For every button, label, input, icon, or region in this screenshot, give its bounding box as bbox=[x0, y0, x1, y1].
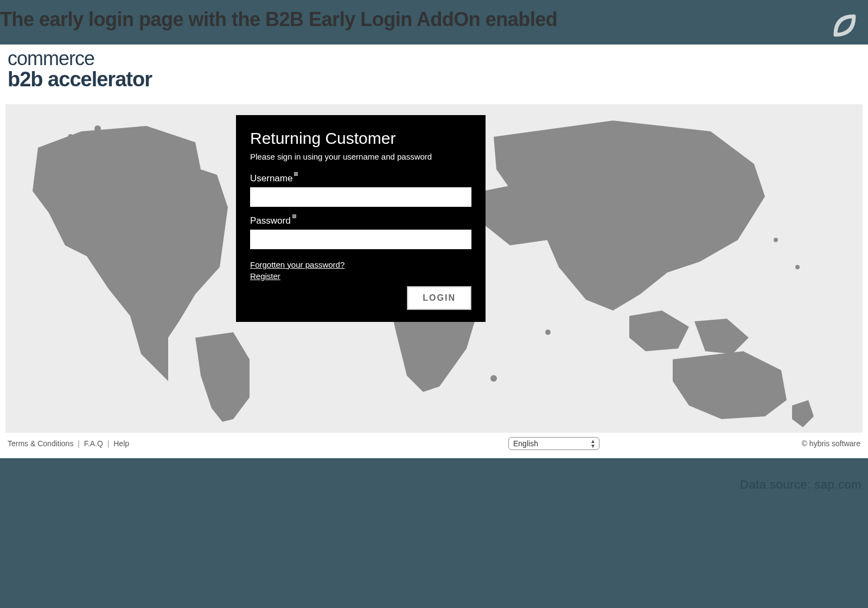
username-input[interactable] bbox=[250, 187, 471, 207]
leaf-icon bbox=[830, 11, 857, 38]
language-select[interactable]: English ▲▼ bbox=[508, 437, 599, 450]
bottom-band: Data source: sap.com bbox=[0, 458, 868, 608]
password-label-text: Password bbox=[250, 216, 291, 226]
password-label: Password bbox=[250, 216, 291, 226]
required-icon bbox=[292, 214, 296, 218]
terms-link[interactable]: Terms & Conditions bbox=[8, 439, 73, 448]
chevron-updown-icon: ▲▼ bbox=[590, 439, 596, 448]
footer-links: Terms & Conditions | F.A.Q | Help bbox=[8, 439, 129, 448]
hero-area: Returning Customer Please sign in using … bbox=[5, 104, 863, 433]
separator: | bbox=[107, 439, 110, 448]
login-button[interactable]: LOGIN bbox=[407, 286, 471, 310]
separator: | bbox=[78, 439, 80, 448]
login-panel: Returning Customer Please sign in using … bbox=[236, 115, 486, 322]
login-subtitle: Please sign in using your username and p… bbox=[250, 152, 471, 161]
page-title: The early login page with the B2B Early … bbox=[0, 8, 868, 31]
forgot-password-link[interactable]: Forgotten your password? bbox=[250, 260, 344, 269]
svg-point-4 bbox=[795, 265, 800, 269]
svg-point-2 bbox=[94, 125, 101, 132]
svg-point-6 bbox=[490, 375, 497, 382]
username-label-text: Username bbox=[250, 173, 292, 183]
password-input[interactable] bbox=[250, 230, 471, 249]
username-label: Username bbox=[250, 173, 292, 184]
brand-logo-line1: commerce bbox=[8, 49, 860, 68]
brand-logo: commerce b2b accelerator bbox=[0, 45, 868, 99]
faq-link[interactable]: F.A.Q bbox=[84, 439, 103, 448]
copyright: © hybris software bbox=[802, 439, 860, 448]
login-title: Returning Customer bbox=[250, 129, 471, 148]
register-link[interactable]: Register bbox=[250, 271, 280, 281]
brand-logo-line2: b2b accelerator bbox=[8, 68, 860, 91]
help-link[interactable]: Help bbox=[113, 439, 129, 448]
required-icon bbox=[294, 172, 298, 176]
data-source-label: Data source: sap.com bbox=[740, 478, 861, 492]
svg-point-3 bbox=[774, 238, 778, 242]
page-header: The early login page with the B2B Early … bbox=[0, 0, 868, 45]
page-content: commerce b2b accelerator bbox=[0, 45, 868, 458]
footer-bar: Terms & Conditions | F.A.Q | Help Englis… bbox=[0, 433, 868, 454]
language-selected-value: English bbox=[513, 439, 538, 448]
svg-point-1 bbox=[68, 134, 73, 140]
svg-point-5 bbox=[545, 330, 551, 335]
